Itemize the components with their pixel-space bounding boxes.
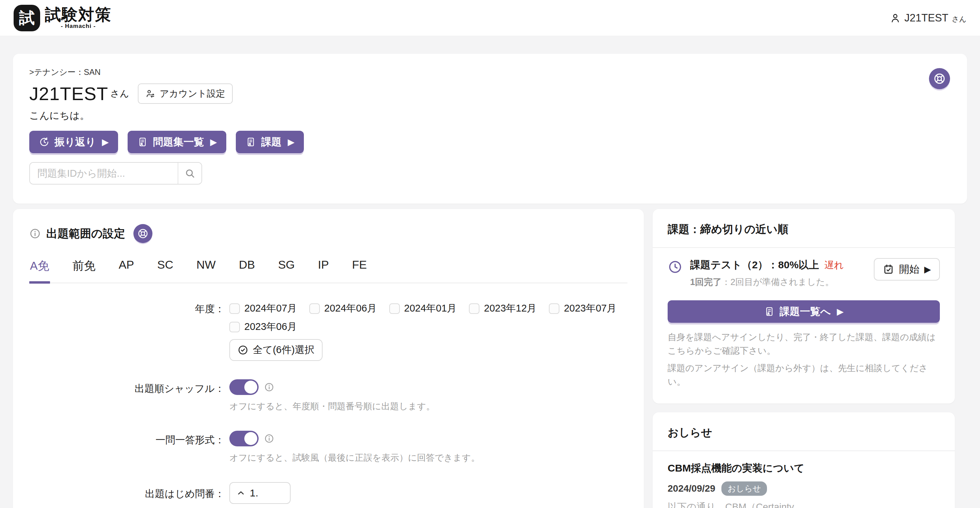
- quiz-settings-card: 出題範囲の設定 A免 前免 AP SC NW DB: [13, 209, 644, 508]
- clock-icon: [668, 260, 682, 274]
- main-content: >テナンシー：SAN J21TEST さん アカウント設定 こんにちは。: [0, 36, 980, 508]
- assignment-status-late: 遅れ: [824, 259, 844, 272]
- year-checkbox-2023-06[interactable]: 2023年06月: [229, 320, 297, 334]
- year-checkbox-2024-01[interactable]: 2024年01月: [389, 302, 457, 315]
- year-checkbox-label: 2023年07月: [564, 302, 617, 315]
- year-label: 年度：: [29, 302, 224, 316]
- select-all-years-label: 全て(6件)選択: [253, 343, 314, 357]
- year-checkbox-2024-06[interactable]: 2024年06月: [309, 302, 377, 315]
- checkbox-icon: [469, 303, 479, 314]
- year-checkbox-2023-12[interactable]: 2023年12月: [469, 302, 537, 315]
- tab-zen-men[interactable]: 前免: [72, 258, 96, 283]
- document-list-icon: [764, 306, 775, 317]
- greeting-card: >テナンシー：SAN J21TEST さん アカウント設定 こんにちは。: [13, 54, 967, 204]
- account-settings-button[interactable]: アカウント設定: [138, 83, 232, 104]
- tab-sc[interactable]: SC: [156, 258, 174, 283]
- assignments-title: 課題：締め切りの近い順: [668, 222, 940, 237]
- assignments-note-1: 自身を課題へアサインしたり、完了・終了した課題、課題の成績はこちらからご確認下さ…: [668, 330, 940, 358]
- news-item[interactable]: CBM採点機能の実装について 2024/09/29 おしらせ 以下の通り、CBM…: [668, 461, 940, 508]
- play-arrow-icon: ▶: [210, 137, 217, 147]
- user-icon: [889, 12, 901, 24]
- toggle-knob: [244, 381, 257, 393]
- single-answer-toggle[interactable]: [229, 431, 259, 446]
- start-number-input[interactable]: 1.: [229, 482, 291, 504]
- calendar-check-icon: [883, 264, 894, 275]
- header-user-name: J21TEST: [904, 12, 948, 24]
- year-checkbox-2023-07[interactable]: 2023年07月: [549, 302, 617, 315]
- search-button[interactable]: [178, 163, 202, 184]
- year-checkbox-label: 2023年06月: [244, 320, 297, 334]
- tab-db[interactable]: DB: [238, 258, 256, 283]
- document-list-icon: [245, 137, 256, 147]
- document-list-icon: [137, 137, 148, 147]
- shuffle-hint: オフにすると、年度順・問題番号順に出題します。: [229, 400, 627, 412]
- check-circle-icon: [237, 345, 248, 355]
- user-menu[interactable]: J21TEST さん: [889, 12, 966, 24]
- exam-category-tabs: A免 前免 AP SC NW DB SG IP FE: [29, 258, 627, 283]
- start-assignment-label: 開始: [899, 263, 920, 277]
- search-icon: [184, 167, 196, 179]
- quiz-settings-title: 出題範囲の設定: [46, 226, 125, 241]
- app-subtitle: - Hamachi -: [61, 23, 96, 30]
- info-icon[interactable]: [264, 433, 274, 444]
- single-answer-label: 一問一答形式：: [29, 431, 224, 447]
- news-title: おしらせ: [668, 425, 940, 440]
- assignment-name: 課題テスト（2）：80%以上: [690, 258, 819, 272]
- workbook-list-button[interactable]: 問題集一覧 ▶: [127, 131, 226, 153]
- lifebuoy-icon: [137, 228, 149, 239]
- greeting-user-name: J21TEST: [29, 83, 108, 104]
- assignment-list-label: 課題一覧へ: [780, 305, 831, 319]
- logo-mark-icon: 試: [14, 5, 40, 31]
- year-checkbox-2024-07[interactable]: 2024年07月: [229, 302, 297, 315]
- checkbox-icon: [549, 303, 559, 314]
- tab-ap[interactable]: AP: [118, 258, 135, 283]
- news-badge: おしらせ: [721, 481, 767, 496]
- tab-nw[interactable]: NW: [196, 258, 216, 283]
- info-icon[interactable]: [264, 382, 274, 392]
- tab-fe[interactable]: FE: [351, 258, 367, 283]
- checkbox-icon: [389, 303, 400, 314]
- assignments-card: 課題：締め切りの近い順 課題テスト（2）：80%以上 遅れ: [653, 209, 955, 403]
- assignment-list-button[interactable]: 課題一覧へ ▶: [668, 300, 940, 323]
- news-item-title[interactable]: CBM採点機能の実装について: [668, 461, 940, 475]
- workbook-list-button-label: 問題集一覧: [153, 135, 204, 149]
- shuffle-label: 出題順シャッフル：: [29, 379, 224, 396]
- account-settings-label: アカウント設定: [159, 88, 225, 100]
- app-title: 試験対策: [45, 6, 111, 23]
- info-icon[interactable]: [29, 228, 41, 239]
- assignment-progress: 1回完了: [690, 277, 721, 287]
- history-icon: [39, 137, 50, 147]
- start-assignment-button[interactable]: 開始 ▶: [874, 258, 940, 280]
- news-item-excerpt: 以下の通り、CBM（Certainty...: [668, 500, 940, 508]
- news-card: おしらせ CBM採点機能の実装について 2024/09/29 おしらせ 以下の通…: [653, 412, 955, 508]
- header-user-suffix: さん: [952, 14, 966, 24]
- app-logo[interactable]: 試 試験対策 - Hamachi -: [14, 5, 111, 31]
- play-arrow-icon: ▶: [924, 264, 931, 275]
- select-all-years-button[interactable]: 全て(6件)選択: [229, 339, 323, 361]
- start-number-label: 出題はじめ問番：: [29, 482, 224, 501]
- assignments-note-2: 課題のアンアサイン（課題から外す）は、先生に相談してください。: [668, 361, 940, 389]
- divider: [653, 247, 955, 248]
- review-button-label: 振り返り: [54, 135, 95, 149]
- assignment-item: 課題テスト（2）：80%以上 遅れ 1回完了：2回目が準備されました。: [668, 258, 940, 288]
- greeting-text: こんにちは。: [29, 109, 951, 123]
- year-checkbox-group: 2024年07月 2024年06月 2024年01月: [229, 302, 627, 334]
- checkbox-icon: [309, 303, 320, 314]
- chevron-up-icon: [236, 488, 246, 498]
- year-checkbox-label: 2023年12月: [484, 302, 537, 315]
- assignment-button[interactable]: 課題 ▶: [236, 131, 304, 153]
- review-button[interactable]: 振り返り ▶: [29, 131, 118, 153]
- tab-ip[interactable]: IP: [317, 258, 329, 283]
- single-answer-hint: オフにすると、試験風（最後に正誤を表示）に回答できます。: [229, 452, 627, 464]
- year-checkbox-label: 2024年01月: [404, 302, 457, 315]
- toggle-knob: [244, 432, 257, 445]
- tab-sg[interactable]: SG: [277, 258, 295, 283]
- help-button[interactable]: [929, 68, 950, 89]
- tenant-label: >テナンシー：SAN: [29, 67, 951, 78]
- app-header: 試 試験対策 - Hamachi - J21TEST さん: [0, 0, 980, 36]
- quiz-settings-help-button[interactable]: [134, 224, 153, 243]
- year-checkbox-label: 2024年06月: [324, 302, 377, 315]
- shuffle-toggle[interactable]: [229, 379, 259, 395]
- workbook-id-search-input[interactable]: [30, 163, 178, 184]
- tab-a-men[interactable]: A免: [29, 258, 50, 283]
